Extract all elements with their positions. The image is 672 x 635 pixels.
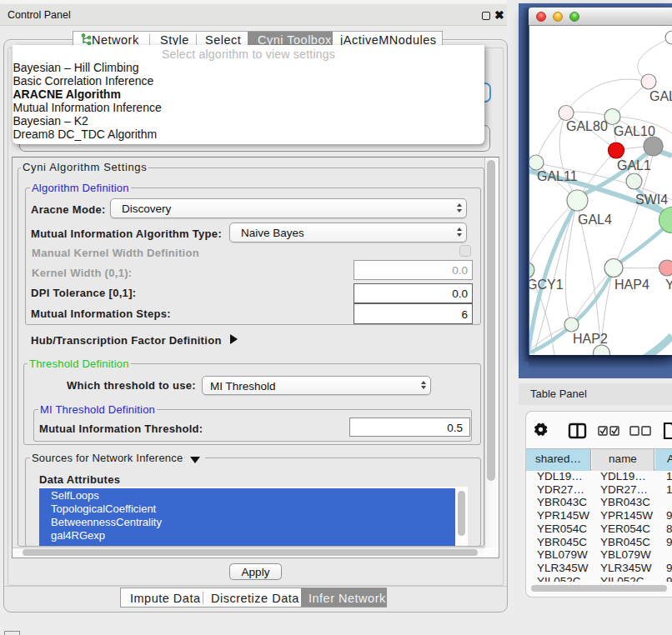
svg-text:GAL4: GAL4 [578,212,612,227]
svg-text:GAL11: GAL11 [537,169,578,183]
svg-text:GAL10: GAL10 [614,124,655,138]
svg-text:HAP4: HAP4 [614,278,649,292]
svg-text:Y: Y [665,278,672,292]
svg-text:HAP2: HAP2 [573,332,608,346]
svg-text:GAL7: GAL7 [649,89,672,103]
svg-text:SWI4: SWI4 [635,192,668,207]
svg-text:GAL1: GAL1 [617,158,651,172]
svg-text:GAL80: GAL80 [566,119,608,133]
svg-text:GCY1: GCY1 [529,278,564,292]
